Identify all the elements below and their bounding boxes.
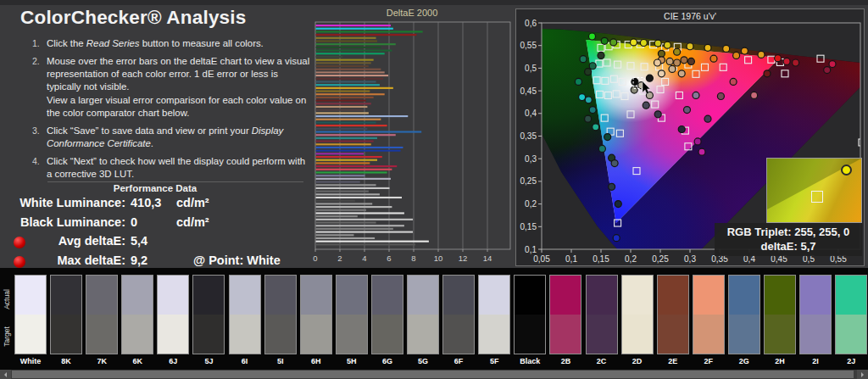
target-point[interactable] xyxy=(859,139,864,146)
deltae-error-bar[interactable] xyxy=(316,169,392,170)
measured-point[interactable] xyxy=(589,33,596,40)
swatch-box[interactable] xyxy=(407,275,439,354)
deltae-error-bar[interactable] xyxy=(316,71,385,73)
measured-point[interactable] xyxy=(575,78,581,85)
deltae-error-bar[interactable] xyxy=(316,178,391,180)
measured-point[interactable] xyxy=(666,58,673,64)
deltae-error-bar[interactable] xyxy=(316,65,369,67)
measured-point[interactable] xyxy=(585,97,592,103)
measured-point[interactable] xyxy=(631,86,637,93)
measured-point[interactable] xyxy=(589,63,596,70)
measured-point[interactable] xyxy=(585,69,592,75)
deltae-error-bar[interactable] xyxy=(316,241,429,242)
swatch-box[interactable] xyxy=(442,275,475,354)
deltae-error-bar[interactable] xyxy=(316,137,378,139)
deltae-error-bar[interactable] xyxy=(316,228,393,230)
measured-point[interactable] xyxy=(693,92,699,98)
deltae-error-bar[interactable] xyxy=(316,215,358,217)
measured-point[interactable] xyxy=(730,78,737,85)
scroll-right-button[interactable] xyxy=(857,370,868,379)
measured-point[interactable] xyxy=(654,111,661,118)
measured-point[interactable] xyxy=(609,183,615,190)
measured-point[interactable] xyxy=(604,134,611,141)
deltae-error-bar[interactable] xyxy=(316,234,354,236)
measured-point[interactable] xyxy=(829,61,836,68)
measured-point[interactable] xyxy=(751,92,758,98)
swatch-box[interactable] xyxy=(657,275,689,354)
swatch-box[interactable] xyxy=(514,275,546,354)
swatch-box[interactable] xyxy=(121,275,153,354)
measured-point[interactable] xyxy=(674,48,681,55)
measured-point[interactable] xyxy=(598,145,605,152)
swatch-box[interactable] xyxy=(371,275,403,354)
measured-point[interactable] xyxy=(681,57,687,64)
swatch-box[interactable] xyxy=(799,275,832,354)
measured-point[interactable] xyxy=(775,55,782,62)
deltae-error-bar[interactable] xyxy=(316,56,343,58)
deltae-error-bar[interactable] xyxy=(316,237,376,239)
measured-point[interactable] xyxy=(580,56,587,63)
deltae-error-bar[interactable] xyxy=(316,93,385,95)
deltae-error-bar[interactable] xyxy=(316,187,390,189)
deltae-error-bar[interactable] xyxy=(316,53,385,54)
swatch-box[interactable] xyxy=(336,275,368,354)
measured-point[interactable] xyxy=(678,70,685,77)
deltae-error-bar[interactable] xyxy=(316,165,398,167)
deltae-error-bar[interactable] xyxy=(316,143,371,145)
deltae-error-bar[interactable] xyxy=(316,203,373,204)
deltae-error-bar[interactable] xyxy=(316,103,371,104)
swatch-box[interactable] xyxy=(621,275,654,354)
swatch-box[interactable] xyxy=(157,275,189,354)
deltae-error-bar[interactable] xyxy=(316,109,364,111)
deltae-error-bar[interactable] xyxy=(316,121,376,123)
swatch-box[interactable] xyxy=(229,275,261,354)
deltae-error-bar[interactable] xyxy=(316,37,376,39)
deltae-error-bar[interactable] xyxy=(316,84,380,86)
swatch-box[interactable] xyxy=(300,275,332,354)
measured-point[interactable] xyxy=(678,125,685,132)
swatch-box[interactable] xyxy=(693,275,725,354)
deltae-error-bar[interactable] xyxy=(316,34,417,36)
swatch-box[interactable] xyxy=(586,275,618,354)
swatch-scrollbar[interactable] xyxy=(0,370,868,379)
measured-point[interactable] xyxy=(640,39,647,46)
measured-point[interactable] xyxy=(654,59,661,66)
measured-point[interactable] xyxy=(646,75,653,81)
deltae-error-bar[interactable] xyxy=(316,243,415,245)
deltae-error-bar[interactable] xyxy=(316,81,376,82)
deltae-error-bar[interactable] xyxy=(316,115,409,117)
measured-point[interactable] xyxy=(758,51,765,58)
swatch-box[interactable] xyxy=(728,275,760,354)
measured-point[interactable] xyxy=(610,39,617,46)
measured-point[interactable] xyxy=(598,52,604,59)
measured-point[interactable] xyxy=(615,201,621,208)
scrollbar-thumb[interactable] xyxy=(12,371,854,378)
measured-point[interactable] xyxy=(704,115,711,122)
swatch-box[interactable] xyxy=(835,275,867,354)
measured-point[interactable] xyxy=(643,102,649,109)
measured-point[interactable] xyxy=(631,39,637,46)
swatch-box[interactable] xyxy=(14,275,47,354)
deltae-error-bar[interactable] xyxy=(316,100,366,102)
deltae-error-bar[interactable] xyxy=(316,171,387,173)
measured-point[interactable] xyxy=(632,78,638,85)
measured-point[interactable] xyxy=(669,65,676,72)
deltae-error-bar[interactable] xyxy=(316,209,366,211)
deltae-error-bar[interactable] xyxy=(316,69,381,70)
measured-point[interactable] xyxy=(824,67,831,74)
measured-point[interactable] xyxy=(658,50,665,57)
deltae-error-bar[interactable] xyxy=(316,106,368,108)
deltae-error-bar[interactable] xyxy=(316,219,414,220)
swatch-box[interactable] xyxy=(50,275,82,354)
deltae-error-bar[interactable] xyxy=(316,159,378,161)
deltae-error-bar[interactable] xyxy=(316,191,369,192)
measured-point[interactable] xyxy=(611,160,618,167)
deltae-error-bar[interactable] xyxy=(316,231,414,233)
deltae-error-bar[interactable] xyxy=(316,147,403,148)
measured-point[interactable] xyxy=(613,235,620,242)
deltae-error-bar[interactable] xyxy=(316,141,374,142)
measured-point[interactable] xyxy=(783,58,790,64)
deltae-error-bar[interactable] xyxy=(316,150,401,152)
scroll-left-button[interactable] xyxy=(0,370,11,379)
deltae-error-bar[interactable] xyxy=(316,175,365,176)
